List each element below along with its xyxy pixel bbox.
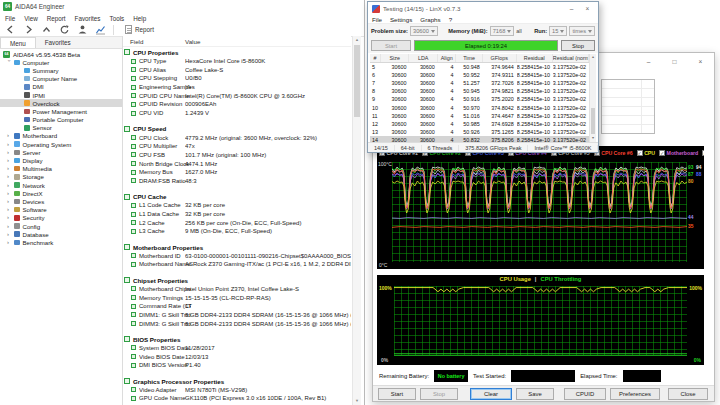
checkbox-icon[interactable]: ✓ bbox=[637, 150, 643, 156]
field-row-cpu-stepping[interactable]: CPU SteppingU0/B0 bbox=[123, 74, 351, 83]
minimize-button[interactable]: – bbox=[565, 3, 578, 14]
sidebar-item-computer[interactable]: ›Computer bbox=[0, 58, 122, 66]
legend-cpu-core-6[interactable]: ✓CPU Core #6 bbox=[594, 150, 633, 156]
checkbox-icon[interactable]: ✓ bbox=[659, 150, 665, 156]
legend-pch-diode[interactable]: ✓PCH Diode bbox=[702, 150, 704, 156]
result-row-11[interactable]: 113060030600451.016374.46478.258415e-103… bbox=[370, 112, 589, 120]
cpuid-button[interactable]: CPUID bbox=[564, 388, 606, 400]
field-row-dimm3-g-skill-tridentz-f4-3[interactable]: DIMM3: G Skill TridentZ F4-3...8 GB DDR4… bbox=[123, 319, 351, 328]
sidebar-item-display[interactable]: ›Display bbox=[0, 156, 122, 164]
stop-button[interactable]: Stop bbox=[561, 40, 595, 51]
field-row-motherboard-chipset[interactable]: Motherboard ChipsetIntel Union Point Z37… bbox=[123, 285, 351, 294]
up-icon[interactable] bbox=[41, 24, 52, 35]
linx-menu-item[interactable]: ? bbox=[449, 16, 452, 23]
sidebar-item-security[interactable]: ›Security bbox=[0, 214, 122, 222]
result-row-13[interactable]: 133060030600450.926375.12658.258415e-103… bbox=[370, 128, 589, 136]
sidebar-item-config[interactable]: ›Config bbox=[0, 222, 122, 230]
sidebar-item-portable-computer[interactable]: Portable Computer bbox=[0, 116, 122, 124]
column-residual-norm[interactable]: Residual (norm.) bbox=[553, 54, 589, 62]
sidebar-item-ipmi[interactable]: IPMI bbox=[0, 91, 122, 99]
user-icon[interactable] bbox=[77, 24, 88, 35]
linx-menu-settings[interactable]: Settings bbox=[390, 16, 412, 23]
result-row-12[interactable]: 123060030600450.985374.69288.258415e-103… bbox=[370, 120, 589, 128]
chevron-right-icon[interactable]: › bbox=[7, 190, 14, 197]
result-row-7[interactable]: 73060030600451.257372.70268.258415e-103.… bbox=[370, 79, 589, 87]
chevron-right-icon[interactable]: › bbox=[7, 132, 14, 139]
field-row-cpu-type[interactable]: CPU TypeHexaCore Intel Core i5-8600K bbox=[123, 57, 351, 66]
field-row-engineering-sample[interactable]: Engineering SampleYes bbox=[123, 83, 351, 92]
field-row-motherboard-name[interactable]: Motherboard NameASRock Z370 Gaming-ITX/a… bbox=[123, 260, 351, 269]
sidebar-item-network[interactable]: ›Network bbox=[0, 181, 122, 189]
sidebar-item-power-management[interactable]: Power Management bbox=[0, 107, 122, 115]
field-row-l2-cache[interactable]: L2 Cache256 KB per core (On-Die, ECC, Fu… bbox=[123, 218, 351, 227]
column-gflops[interactable]: GFlops bbox=[483, 54, 517, 62]
forward-icon[interactable] bbox=[23, 24, 34, 35]
run-count-select[interactable]: 15 bbox=[549, 26, 567, 36]
aida-menu-view[interactable]: View bbox=[24, 15, 38, 22]
result-row-9[interactable]: 93060030600450.916375.20208.258415e-103.… bbox=[370, 95, 589, 103]
sidebar-item-directx[interactable]: ›DirectX bbox=[0, 189, 122, 197]
sidebar-item-motherboard[interactable]: ›Motherboard bbox=[0, 132, 122, 140]
field-row-cpuid-revision[interactable]: CPUID Revision000906EAh bbox=[123, 100, 351, 109]
sidebar-item-benchmark[interactable]: ›Benchmark bbox=[0, 238, 122, 246]
aida-menu-report[interactable]: Report bbox=[47, 15, 66, 22]
field-row-dram-fsb-ratio[interactable]: DRAM:FSB Ratio48:3 bbox=[123, 177, 351, 186]
field-row-system-bios-date[interactable]: System BIOS Date11/28/2017 bbox=[123, 344, 351, 353]
column-field[interactable]: Field bbox=[130, 38, 143, 45]
scrollbar-thumb[interactable] bbox=[354, 45, 360, 117]
chevron-right-icon[interactable]: › bbox=[7, 141, 14, 148]
field-row-video-bios-date[interactable]: Video BIOS Date12/03/13 bbox=[123, 352, 351, 361]
scroll-up-icon[interactable]: ▲ bbox=[353, 36, 361, 44]
field-row-cpu-alias[interactable]: CPU AliasCoffee Lake-S bbox=[123, 65, 351, 74]
close-button[interactable]: × bbox=[694, 56, 707, 67]
report-button[interactable]: Report bbox=[121, 24, 158, 35]
sidebar-item-database[interactable]: ›Database bbox=[0, 230, 122, 238]
chevron-right-icon[interactable]: › bbox=[7, 223, 14, 230]
field-row-cpuid-cpu-name[interactable]: CPUID CPU NameIntel(R) Core(TM) i5-8600K… bbox=[123, 91, 351, 100]
column-value[interactable]: Value bbox=[185, 38, 200, 45]
sidebar-item-sensor[interactable]: Sensor bbox=[0, 124, 122, 132]
sidebar-item-computer-name[interactable]: Computer Name bbox=[0, 75, 122, 83]
scroll-down-icon[interactable]: ▼ bbox=[353, 397, 361, 405]
chevron-right-icon[interactable]: › bbox=[7, 149, 14, 156]
checkbox-icon[interactable]: ✓ bbox=[702, 150, 704, 156]
field-row-memory-timings[interactable]: Memory Timings15-15-15-35 (CL-RCD-RP-RAS… bbox=[123, 293, 351, 302]
field-row-memory-bus[interactable]: Memory Bus1627.0 MHz bbox=[123, 168, 351, 177]
run-mode-select[interactable]: times bbox=[569, 26, 595, 36]
sidebar-item-summary[interactable]: Summary bbox=[0, 66, 122, 74]
problem-size-select[interactable]: 30600 bbox=[410, 26, 438, 36]
clear-button[interactable]: Clear bbox=[470, 388, 512, 400]
chevron-right-icon[interactable]: › bbox=[7, 214, 14, 221]
scrollbar-thumb[interactable] bbox=[591, 108, 595, 134]
tab-menu[interactable]: Menu bbox=[0, 37, 36, 48]
chevron-right-icon[interactable]: › bbox=[7, 231, 14, 238]
field-row-cpu-clock[interactable]: CPU Clock4779.2 MHz (original: 3600 MHz,… bbox=[123, 133, 351, 142]
field-row-gpu-code-name[interactable]: GPU Code NameGK110B (PCI Express 3.0 x16… bbox=[123, 394, 351, 403]
sidebar-item-multimedia[interactable]: ›Multimedia bbox=[0, 165, 122, 173]
aida-menu-file[interactable]: File bbox=[5, 15, 15, 22]
aida-menu-favorites[interactable]: Favorites bbox=[75, 15, 101, 22]
column-time[interactable]: Time bbox=[456, 54, 482, 62]
sidebar-item-dmi[interactable]: DMI bbox=[0, 83, 122, 91]
sidebar-item-storage[interactable]: ›Storage bbox=[0, 173, 122, 181]
preferences-button[interactable]: Preferences bbox=[610, 388, 660, 400]
result-row-5[interactable]: 53060030600450.948374.96448.258415e-103.… bbox=[370, 63, 589, 71]
memory-all-button[interactable]: all bbox=[516, 28, 522, 34]
sidebar-item-software[interactable]: ›Software bbox=[0, 206, 122, 214]
field-row-l3-cache[interactable]: L3 Cache9 MB (On-Die, ECC, Full-Speed) bbox=[123, 227, 351, 236]
chevron-down-icon[interactable]: › bbox=[6, 59, 13, 66]
legend-cpu[interactable]: ✓CPU bbox=[637, 150, 655, 156]
column-lda[interactable]: LDA bbox=[409, 54, 437, 62]
legend-motherboard[interactable]: ✓Motherboard bbox=[659, 150, 698, 156]
minimize-button[interactable]: – bbox=[642, 56, 655, 67]
memory-select[interactable]: 7168 bbox=[490, 26, 515, 36]
chevron-right-icon[interactable]: › bbox=[7, 157, 14, 164]
field-row-l1-data-cache[interactable]: L1 Data Cache32 KB per core bbox=[123, 210, 351, 219]
column-residual[interactable]: Residual bbox=[517, 54, 553, 62]
field-row-dimm1-g-skill-tridentz-f4-3[interactable]: DIMM1: G Skill TridentZ F4-3...8 GB DDR4… bbox=[123, 311, 351, 320]
sidebar-item-overclock[interactable]: Overclock bbox=[0, 99, 122, 107]
field-row-l1-code-cache[interactable]: L1 Code Cache32 KB per core bbox=[123, 201, 351, 210]
sidebar-item-devices[interactable]: ›Devices bbox=[0, 197, 122, 205]
chevron-right-icon[interactable]: › bbox=[7, 198, 14, 205]
start-button[interactable]: Start bbox=[378, 388, 416, 400]
